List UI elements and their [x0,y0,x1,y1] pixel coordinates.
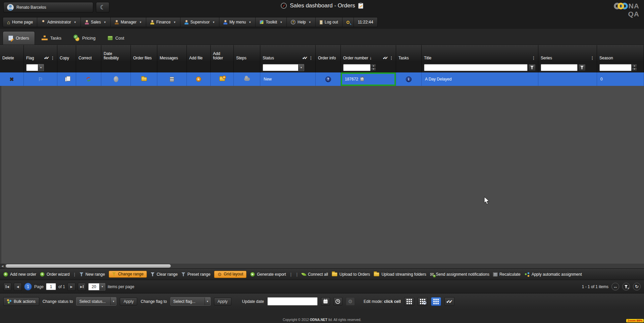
cell-add-folder[interactable] [211,72,234,86]
menu-help[interactable]: ? Help▼ [287,17,316,27]
menu-administrator[interactable]: Administrator▼ [37,17,81,27]
upload-to-orders-button[interactable]: Upload to Orders [332,272,370,277]
menu-manager[interactable]: Manager▼ [111,17,146,27]
clear-filters-button[interactable] [622,283,630,290]
edit-mode-preview-button[interactable] [418,297,428,306]
cell-delete[interactable]: ✖ [0,72,24,86]
grid-layout-button[interactable]: ⚙Grid layout [214,271,247,278]
confirm-edits-button[interactable]: ✔✔ [444,297,454,306]
cell-order-number-selected[interactable]: 187672 [341,72,396,86]
order-wizard-button[interactable]: +Order wizard [40,272,70,277]
dropdown-arrow-icon[interactable]: ▼ [99,283,105,290]
status-filter-select[interactable]: ▼ [263,64,304,71]
title-filter-button[interactable] [528,64,536,71]
dropdown-arrow-icon[interactable]: ▼ [38,64,44,71]
menu-supervisor[interactable]: Supervisor▼ [180,17,219,27]
order-number-filter-input[interactable] [343,64,371,71]
cell-order-info[interactable]: ? [316,72,341,86]
title-filter-input[interactable] [424,64,528,71]
select-status-dropdown[interactable]: Select status... ▼ [76,297,116,306]
date-settings-button[interactable]: ⚙ [346,297,355,306]
cell-season[interactable]: 0 [597,72,644,86]
col-header-title[interactable]: Title ⋮ [422,45,538,62]
column-menu-icon[interactable]: ⋮ [590,56,594,60]
page-size-select[interactable]: 20 ▼ [88,283,105,290]
generate-export-button[interactable]: ▶Generate export [250,272,286,277]
dropdown-arrow-icon[interactable]: ▼ [110,298,116,305]
dropdown-arrow-icon[interactable]: ▼ [205,298,210,305]
edit-mode-grid-button[interactable] [404,297,414,306]
calendar-button[interactable] [321,297,330,306]
menu-log-out[interactable]: Log out [316,17,342,27]
select-all-flags-icon[interactable]: ✔✔ [44,56,49,60]
col-header-add-file[interactable]: Add file [187,45,211,62]
number-spinner[interactable]: ▲▼ [632,64,637,71]
col-header-order-number[interactable]: Order number↓ ✔✔⋮ [341,45,396,62]
column-menu-icon[interactable]: ⋮ [309,56,313,60]
upload-streaming-folders-button[interactable]: Upload streaming folders [374,272,426,277]
col-header-order-files[interactable]: Order files [131,45,157,62]
menu-sales[interactable]: Sales▼ [81,17,111,27]
number-spinner[interactable]: ▲▼ [371,64,376,71]
column-menu-icon[interactable]: ⋮ [389,56,393,60]
page-number-input[interactable] [46,283,56,290]
menu-my-menu[interactable]: My menu▼ [219,17,256,27]
menu-home-page[interactable]: ⌂ Home page [3,17,37,27]
apply-automatic-assignment-button[interactable]: Apply automatic assignment [524,272,582,277]
refresh-button[interactable]: ↻ [633,283,641,290]
series-filter-input[interactable] [541,64,578,71]
bulk-actions-button[interactable]: Bulk actions [3,297,39,306]
connect-all-button[interactable]: Connect all [302,272,328,277]
cell-copy[interactable] [57,72,76,86]
select-flag-dropdown[interactable]: Select flag... ▼ [170,297,211,306]
menu-finance[interactable]: Finance▼ [146,17,180,27]
col-header-tasks[interactable]: Tasks [396,45,422,62]
next-page-button[interactable]: ▶ [67,283,75,291]
dropdown-arrow-icon[interactable]: ▼ [298,64,304,71]
cell-title[interactable]: A Day Delayed [422,72,538,86]
cell-order-files[interactable] [131,72,157,86]
add-new-order-button[interactable]: +Add new order [3,272,36,277]
new-range-button[interactable]: New range [79,272,105,277]
horizontal-scrollbar[interactable]: ◀ [0,264,644,268]
scrollbar-thumb[interactable] [6,264,171,268]
send-assignment-notifications-button[interactable]: ✉Send assignment notifications [430,272,489,277]
tab-orders[interactable]: Orders [3,31,35,45]
cell-flag[interactable]: ⚐ [24,72,57,86]
col-header-steps[interactable]: Steps [234,45,260,62]
orders-clipboard-icon[interactable] [358,3,363,9]
preset-range-button[interactable]: Preset range [181,272,211,277]
col-header-order-info[interactable]: Order info [316,45,341,62]
update-date-input[interactable] [267,297,318,306]
cell-messages[interactable] [157,72,187,86]
col-header-status[interactable]: Status ✔✔⋮ [260,45,316,62]
cell-date-flexibility[interactable] [101,72,131,86]
fit-columns-button[interactable]: ↔ [611,283,619,290]
recalculate-button[interactable]: Recalculate [493,272,521,277]
col-header-delete[interactable]: Delete [0,45,24,62]
scroll-left-icon[interactable]: ◀ [0,264,5,268]
change-range-button[interactable]: Change range [109,271,147,278]
menu-toolkit[interactable]: Toolkit▼ [256,17,287,27]
last-page-button[interactable]: ▶ [78,283,86,291]
col-header-season[interactable]: Season [597,45,644,62]
menu-search[interactable] [342,17,354,27]
col-header-date-flexibility[interactable]: Date flexibility [101,45,131,62]
cell-steps[interactable] [234,72,260,86]
flag-filter-select[interactable]: ▼ [26,64,44,71]
col-header-series[interactable]: Series ⋮ [538,45,597,62]
cell-series[interactable] [538,72,597,86]
current-page-button[interactable]: 1 [24,283,32,290]
tab-tasks[interactable]: Tasks [36,31,67,45]
previous-page-button[interactable]: ◀ [14,283,22,291]
cell-correct[interactable] [76,72,101,86]
clear-range-button[interactable]: Clear range [151,272,178,277]
column-menu-icon[interactable]: ⋮ [51,56,55,60]
tab-cost[interactable]: Cost [102,31,130,45]
col-header-correct[interactable]: Correct [76,45,101,62]
first-page-button[interactable]: ◀ [3,283,11,291]
col-header-copy[interactable]: Copy [57,45,76,62]
edit-mode-click-cell-button[interactable] [431,297,441,306]
cell-tasks[interactable]: i [396,72,422,86]
tab-pricing[interactable]: Pricing [68,31,101,45]
